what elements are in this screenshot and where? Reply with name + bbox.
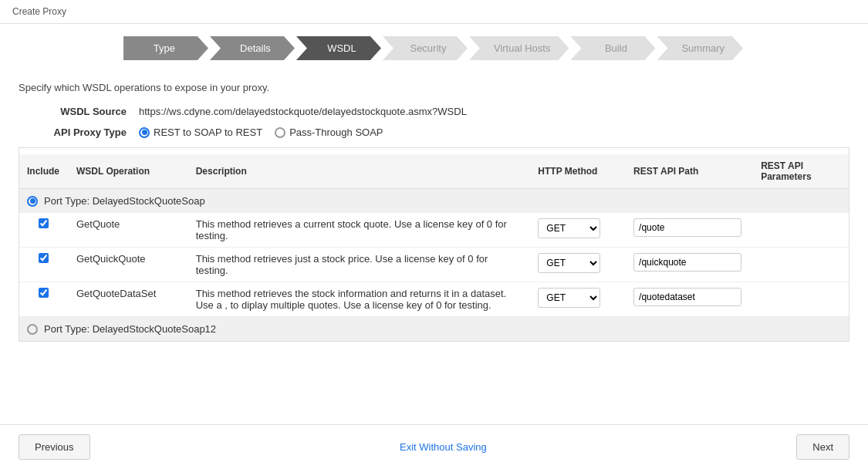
port-radio-icon-2 [27,324,38,335]
step-wsdl[interactable]: WSDL [296,36,381,60]
api-proxy-type-row: API Proxy Type REST to SOAP to REST Pass… [19,127,849,138]
radio-pass-label: Pass-Through SOAP [289,127,383,138]
step-build-label: Build [605,42,627,54]
op-path-getquotedataset[interactable] [626,282,753,317]
radio-pass-icon [275,127,285,138]
port-type-name-1: Port Type: DelayedStockQuoteSoap [44,195,205,207]
step-virtual-hosts-label: Virtual Hosts [494,42,550,54]
op-path-getquote[interactable] [626,213,753,248]
op-name-getquickquote: GetQuickQuote [69,248,188,282]
step-build[interactable]: Build [570,36,655,60]
col-rest-path: REST API Path [626,154,753,189]
op-method-getquote[interactable]: GET POST PUT DELETE [530,213,626,248]
col-wsdl-op: WSDL Operation [69,154,188,189]
port-type-row-2: Port Type: DelayedStockQuoteSoap12 [19,317,849,342]
step-type[interactable]: Type [123,36,208,60]
radio-rest-label: REST to SOAP to REST [154,127,262,138]
port-type-label-2[interactable]: Port Type: DelayedStockQuoteSoap12 [27,323,841,335]
op-desc-getquote: This method retrieves a current stock qu… [188,213,531,248]
operations-table-wrapper[interactable]: Include WSDL Operation Description HTTP … [19,147,849,342]
port-radio-icon-1 [27,196,38,207]
radio-rest-to-soap[interactable]: REST to SOAP to REST [139,127,262,138]
step-security[interactable]: Security [383,36,468,60]
checkbox-getquote[interactable] [39,218,49,228]
http-method-select-getquotedataset[interactable]: GET POST PUT DELETE [538,288,600,308]
port-type-row-1: Port Type: DelayedStockQuoteSoap [19,189,849,214]
step-wsdl-label: WSDL [327,42,356,54]
app-title: Create Proxy [12,6,66,17]
api-proxy-type-label: API Proxy Type [19,127,127,138]
http-method-select-getquote[interactable]: GET POST PUT DELETE [538,218,600,238]
op-desc-getquickquote: This method retrieves just a stock price… [188,248,531,282]
table-row: GetQuote This method retrieves a current… [19,213,849,248]
step-summary-label: Summary [681,42,724,54]
rest-path-input-getquote[interactable] [633,218,741,237]
radio-rest-icon [139,127,150,138]
op-desc-getquotedataset: This method retrieves the stock informat… [188,282,531,317]
table-header-row: Include WSDL Operation Description HTTP … [19,154,849,189]
app-header: Create Proxy [0,0,868,24]
footer: Previous Exit Without Saving Next [0,424,868,469]
step-security-label: Security [410,42,446,54]
wsdl-source-label: WSDL Source [19,106,127,117]
op-method-getquotedataset[interactable]: GET POST PUT DELETE [530,282,626,317]
port-type-name-2: Port Type: DelayedStockQuoteSoap12 [44,323,216,335]
op-params-getquickquote [753,248,849,282]
include-cell-getquote[interactable] [19,213,69,248]
step-summary[interactable]: Summary [657,36,743,60]
op-method-getquickquote[interactable]: GET POST PUT DELETE [530,248,626,282]
exit-link[interactable]: Exit Without Saving [400,441,487,453]
radio-pass-through[interactable]: Pass-Through SOAP [275,127,383,138]
wsdl-source-value: https://ws.cdyne.com/delayedstockquote/d… [139,106,467,117]
include-cell-getquickquote[interactable] [19,248,69,282]
next-button[interactable]: Next [796,434,849,460]
op-name-getquote: GetQuote [69,213,188,248]
previous-button[interactable]: Previous [19,434,90,460]
op-params-getquote [753,213,849,248]
col-description: Description [188,154,531,189]
rest-path-input-getquickquote[interactable] [633,253,741,272]
op-name-getquotedataset: GetQuoteDataSet [69,282,188,317]
op-path-getquickquote[interactable] [626,248,753,282]
table-row: GetQuoteDataSet This method retrieves th… [19,282,849,317]
wizard-steps: Type Details WSDL Security Virtual Hosts… [0,24,868,73]
checkbox-getquotedataset[interactable] [39,288,49,298]
wsdl-source-row: WSDL Source https://ws.cdyne.com/delayed… [19,106,849,117]
checkbox-getquickquote[interactable] [39,253,49,263]
operations-table: Include WSDL Operation Description HTTP … [19,154,849,341]
port-type-label-1[interactable]: Port Type: DelayedStockQuoteSoap [27,195,841,207]
op-params-getquotedataset [753,282,849,317]
col-include: Include [19,154,69,189]
col-http-method: HTTP Method [530,154,626,189]
step-type-label: Type [154,42,175,54]
proxy-type-radio-group: REST to SOAP to REST Pass-Through SOAP [139,127,383,138]
col-rest-params: REST API Parameters [753,154,849,189]
table-row: GetQuickQuote This method retrieves just… [19,248,849,282]
step-virtual-hosts[interactable]: Virtual Hosts [469,36,569,60]
step-details-label: Details [240,42,271,54]
include-cell-getquotedataset[interactable] [19,282,69,317]
http-method-select-getquickquote[interactable]: GET POST PUT DELETE [538,253,600,273]
main-content: Specify which WSDL operations to expose … [0,73,868,351]
page-subtitle: Specify which WSDL operations to expose … [19,82,849,93]
step-details[interactable]: Details [210,36,295,60]
rest-path-input-getquotedataset[interactable] [633,288,741,306]
